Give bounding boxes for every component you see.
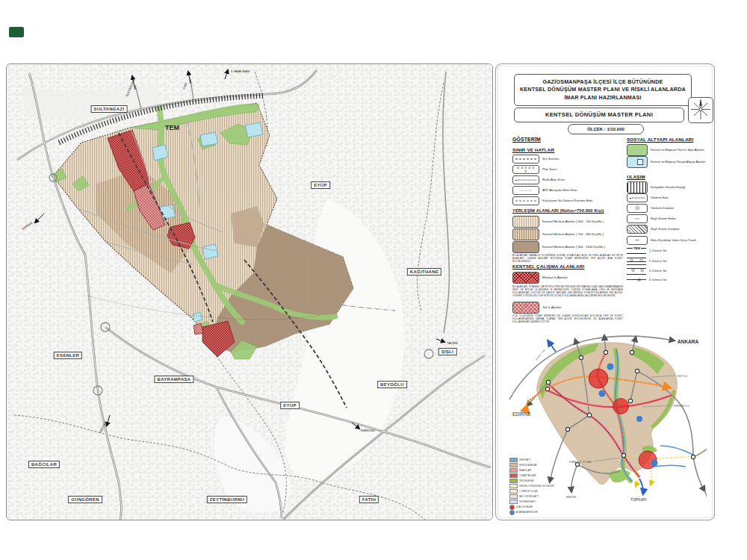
merkezi-note: BU ALANLAR, İSTANBUL METROPOLİTEN BÜTÜNÜ… — [512, 285, 623, 298]
yol-3-symbol — [627, 268, 646, 275]
boru-hatti-symbol — [512, 186, 539, 195]
legend-item: 3. Derece Yol — [627, 268, 712, 275]
legend-item: Kentsel Meskun Alanlar ( 700 - 900 Kişi/… — [512, 228, 626, 240]
mini-legend-row: YEŞİL ALANLAR — [509, 479, 534, 483]
legend-item: TEM1. Derece Yol — [627, 248, 712, 254]
plan-siniri-symbol — [512, 165, 539, 174]
tali-is-swatch — [512, 302, 539, 314]
sosyal-altyapi-swatch — [627, 156, 648, 168]
title-line-1: GAZİOSMANPAŞA İLÇESİ İLÇE BÜTÜNÜNDE — [515, 78, 691, 86]
label-leader-top: TEM YOLU — [677, 375, 687, 378]
compass-icon — [688, 97, 713, 123]
rayli-hat-symbol — [627, 214, 648, 223]
mini-swatch — [509, 500, 518, 504]
legend-item: Karayolları Koruma Kuşağı — [627, 181, 713, 193]
mini-legend-row: 1. DERECE YOLLAR — [509, 489, 538, 494]
arrow-label-havalimani: 3. HAVALİMANI — [231, 69, 249, 73]
legend-item: Kırkçeşme Su Galerisi Koruma Hattı — [512, 196, 626, 205]
legend-item: 2. Derece Yol — [627, 258, 712, 265]
legend-item: Kentsel Meskun Alanlar ( 900 - 1100 Kişi… — [512, 241, 626, 253]
mini-legend-row: KENTSEL DÖNÜŞÜM ALT BÖLGELERİ — [509, 484, 554, 488]
district-label-bagcilar: BAĞCILAR — [28, 461, 60, 468]
legend-item: Plan Sınırı — [512, 165, 626, 174]
mini-legend-row: MESKUN ALANLAR — [509, 463, 537, 467]
tem-tag: TEM — [633, 246, 641, 250]
mini-swatch — [509, 473, 518, 478]
mini-swatch — [509, 468, 518, 473]
corner-stamp — [9, 27, 24, 37]
legend-panel: GAZİOSMANPAŞA İLÇESİ İLÇE BÜTÜNÜNDE KENT… — [495, 63, 715, 520]
teleferik-durak-symbol — [627, 204, 648, 213]
district-label-esenler: ESENLER — [54, 352, 82, 359]
yol-1-symbol: TEM — [627, 248, 646, 254]
rayli-durak-swatch — [627, 225, 648, 234]
kirkcesme-symbol — [512, 196, 539, 205]
riskli-alan-symbol — [512, 175, 539, 184]
district-label-sultangazi: SULTANGAZİ — [91, 105, 128, 113]
mini-swatch — [509, 484, 518, 488]
title-line-3: İMAR PLANI HAZIRLANMASI — [515, 94, 691, 102]
mini-legend-row: TELEFERİK HATTI — [509, 500, 536, 504]
label-merter: MERTER — [566, 496, 577, 499]
legend-item: Kentsel Meskun Alanlar ( 500 - 700 Kişi/… — [512, 216, 626, 228]
koruma-kusagi-swatch — [627, 181, 648, 193]
yesil-spor-swatch — [627, 144, 648, 156]
yol-2-symbol — [627, 258, 646, 265]
mini-swatch — [509, 463, 518, 467]
legend-item: Raylı Sistem Hatları — [627, 214, 713, 223]
tunel-symbol — [627, 236, 648, 245]
mini-swatch — [509, 494, 518, 499]
legend-item: Teleferik Hattı — [627, 193, 713, 202]
legend-item: Haliç-Küçükköy Vadisi Geçiş Tüneli — [627, 236, 713, 245]
page: SULTANGAZİ GAZİ 3. HAVALİMANI EDİRNE MER… — [0, 0, 747, 560]
label-edirne: EDİRNE — [512, 411, 531, 417]
section-sosyal: SOSYAL ALTYAPI ALANLARI — [627, 137, 693, 142]
meskun-900-swatch — [512, 241, 539, 253]
district-label-eyup-s: EYÜP — [280, 402, 300, 409]
legend-item: Kentsel ve Bölgesel Yeşil ve Spor Alanla… — [627, 144, 713, 156]
section-yerlesim: YERLEŞİM ALANLARI (Nüfus=750.000 Kişi) — [512, 208, 604, 213]
section-ulasim: ULAŞIM — [627, 174, 645, 179]
label-otogar: İSTANBUL B. OTOGARI — [569, 460, 592, 464]
legend-item: Tali İş Alanları — [512, 302, 626, 314]
section-calisma: KENTSEL ÇALIŞMA ALANLARI — [512, 264, 584, 269]
arrow-label-taksim: TAKSİM — [447, 341, 458, 345]
yol-4-symbol — [627, 279, 646, 281]
arrow-label-eminonu: EMİNÖNÜ — [361, 429, 375, 432]
legend-item: Merkezi İş Alanları — [512, 272, 626, 284]
title-line-2: KENTSEL DÖNÜŞÜM MASTER PLANI VE RİSKLİ A… — [515, 86, 691, 93]
mini-legend-row: TİCARET AKSLARI — [509, 473, 536, 478]
district-label-kagithane: KAĞITHANE — [407, 268, 441, 276]
district-label-gungoren: GÜNGÖREN — [68, 496, 102, 503]
tali-note: İLÇE ÖLÇEĞİNDE TİCARİ BİRİMLER İLE ULAŞI… — [512, 314, 623, 323]
label-ankara: ANKARA — [678, 339, 698, 344]
legend-item: İlçe Sınırları — [512, 155, 626, 164]
legend-item: Teleferik Durakları — [627, 204, 713, 213]
ilce-siniri-symbol — [512, 155, 539, 164]
mini-swatch — [509, 510, 515, 515]
legend-item: Raylı Sistem Durakları — [627, 225, 713, 234]
district-label-bayrampasa: BAYRAMPAŞA — [154, 376, 193, 383]
district-label-sisli: ŞİŞLİ — [438, 348, 457, 355]
section-sinir: SINIR VE HATLAR — [512, 147, 554, 152]
district-label-beyoglu: BEYOĞLU — [377, 381, 407, 388]
master-plan-map[interactable]: SULTANGAZİ GAZİ 3. HAVALİMANI EDİRNE MER… — [6, 63, 493, 520]
merkezi-is-swatch — [512, 272, 539, 284]
district-label-fatih: FATİH — [359, 496, 379, 503]
tem-road-label: TEM — [165, 124, 179, 131]
mini-legend-row: MİA AKSLARI — [509, 468, 531, 473]
mini-legend-row: ODAK NOKTALARI — [509, 505, 533, 510]
scale-label: ÖLÇEK : 1/10.000 — [568, 124, 644, 134]
mini-swatch — [509, 505, 515, 510]
label-topkapi: TOPKAPI — [630, 497, 647, 502]
mini-swatch — [509, 489, 518, 494]
label-leader-mid: PERİFERİK YOL — [674, 404, 690, 408]
project-title: GAZİOSMANPAŞA İLÇESİ İLÇE BÜTÜNÜNDE KENT… — [514, 74, 692, 106]
legend-item: Kentsel ve Bölgesel Sosyal Altyapı Alanl… — [627, 156, 713, 168]
teleferik-hatti-symbol — [627, 193, 648, 202]
mini-swatch — [509, 458, 518, 462]
mini-swatch — [509, 479, 518, 483]
district-label-eyup-n: EYÜP — [311, 181, 330, 189]
legend-item: ANT Akaryakıt Boru Hattı — [512, 186, 626, 195]
meskun-500-swatch — [512, 216, 539, 228]
